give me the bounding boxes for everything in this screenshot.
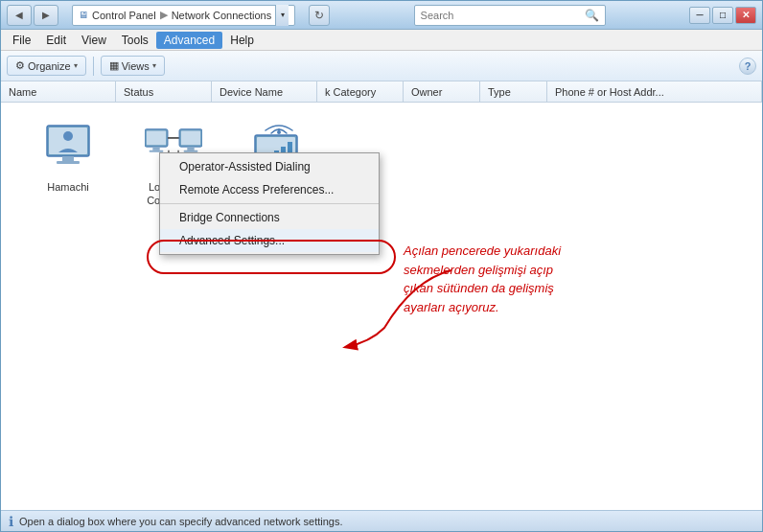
menu-help[interactable]: Help bbox=[222, 32, 262, 49]
dropdown-item-operator[interactable]: Operator-Assisted Dialing bbox=[160, 155, 379, 178]
status-icon: ℹ bbox=[9, 514, 13, 529]
svg-rect-13 bbox=[184, 150, 198, 151]
search-icon[interactable]: 🔍 bbox=[585, 9, 599, 22]
views-button[interactable]: ▦ Views ▾ bbox=[101, 56, 165, 76]
breadcrumb-control-panel: Control Panel bbox=[92, 10, 156, 21]
svg-rect-8 bbox=[150, 150, 164, 151]
search-input[interactable] bbox=[421, 10, 585, 21]
svg-point-4 bbox=[63, 131, 73, 141]
dropdown-item-advanced-settings[interactable]: Advanced Settings... bbox=[160, 229, 379, 252]
svg-rect-2 bbox=[62, 156, 74, 161]
menu-bar: File Edit View Tools Advanced Help bbox=[1, 30, 762, 51]
svg-rect-7 bbox=[152, 147, 159, 150]
svg-point-25 bbox=[277, 130, 281, 134]
col-header-phone[interactable]: Phone # or Host Addr... bbox=[547, 81, 762, 102]
refresh-button[interactable]: ↻ bbox=[309, 5, 330, 26]
path-separator-1: ▶ bbox=[160, 9, 168, 21]
views-label: Views bbox=[122, 60, 150, 72]
title-bar: ◀ ▶ 🖥 Control Panel ▶ Network Connection… bbox=[1, 1, 762, 30]
col-header-owner[interactable]: Owner bbox=[404, 81, 480, 102]
list-item[interactable]: Hamachi bbox=[30, 122, 106, 221]
svg-rect-6 bbox=[147, 130, 166, 145]
content-area: Hamachi bbox=[1, 103, 762, 531]
svg-rect-12 bbox=[187, 147, 194, 150]
address-bar[interactable]: 🖥 Control Panel ▶ Network Connections ▾ bbox=[72, 5, 295, 26]
nav-buttons: ◀ ▶ bbox=[7, 5, 58, 26]
window-controls: ─ □ ✕ bbox=[689, 7, 756, 24]
close-button[interactable]: ✕ bbox=[735, 7, 756, 24]
menu-view[interactable]: View bbox=[74, 32, 114, 49]
advanced-dropdown-menu: Operator-Assisted Dialing Remote Access … bbox=[159, 152, 380, 255]
status-text: Open a dialog box where you can specify … bbox=[19, 516, 343, 527]
col-header-status[interactable]: Status bbox=[116, 81, 212, 102]
col-header-type[interactable]: Type bbox=[480, 81, 547, 102]
views-icon: ▦ bbox=[109, 59, 119, 72]
dropdown-item-bridge[interactable]: Bridge Connections bbox=[160, 206, 379, 229]
dropdown-item-remote[interactable]: Remote Access Preferences... bbox=[160, 178, 379, 201]
menu-advanced[interactable]: Advanced bbox=[156, 32, 222, 49]
hamachi-label: Hamachi bbox=[47, 180, 88, 194]
column-headers: Name Status Device Name k Category Owner… bbox=[1, 81, 762, 103]
dropdown-divider bbox=[160, 203, 379, 204]
maximize-button[interactable]: □ bbox=[712, 7, 733, 24]
menu-tools[interactable]: Tools bbox=[114, 32, 156, 49]
menu-file[interactable]: File bbox=[5, 32, 38, 49]
organize-dropdown-arrow: ▾ bbox=[74, 61, 78, 70]
organize-label: Organize bbox=[28, 60, 71, 72]
col-header-name[interactable]: Name bbox=[1, 81, 116, 102]
col-header-category[interactable]: k Category bbox=[317, 81, 404, 102]
forward-button[interactable]: ▶ bbox=[34, 5, 58, 26]
menu-edit[interactable]: Edit bbox=[38, 32, 74, 49]
help-button[interactable]: ? bbox=[739, 58, 756, 75]
status-bar: ℹ Open a dialog box where you can specif… bbox=[1, 510, 762, 531]
hamachi-icon bbox=[39, 122, 97, 174]
search-box[interactable]: 🔍 bbox=[414, 5, 606, 26]
organize-icon: ⚙ bbox=[15, 59, 25, 72]
path-icon: 🖥 bbox=[79, 10, 88, 20]
title-bar-left: ◀ ▶ 🖥 Control Panel ▶ Network Connection… bbox=[7, 5, 330, 26]
breadcrumb-network: Network Connections bbox=[172, 10, 272, 21]
svg-rect-11 bbox=[181, 130, 200, 145]
col-header-device[interactable]: Device Name bbox=[212, 81, 317, 102]
icons-area: Hamachi bbox=[1, 103, 762, 241]
svg-rect-3 bbox=[57, 161, 80, 164]
toolbar-separator bbox=[93, 57, 94, 76]
minimize-button[interactable]: ─ bbox=[689, 7, 710, 24]
views-dropdown-arrow: ▾ bbox=[152, 61, 156, 70]
back-button[interactable]: ◀ bbox=[7, 5, 32, 26]
annotation-arrow bbox=[336, 261, 461, 357]
main-window: ◀ ▶ 🖥 Control Panel ▶ Network Connection… bbox=[0, 0, 763, 532]
toolbar: ⚙ Organize ▾ ▦ Views ▾ ? bbox=[1, 51, 762, 81]
path-dropdown-arrow[interactable]: ▾ bbox=[275, 5, 289, 26]
organize-button[interactable]: ⚙ Organize ▾ bbox=[7, 56, 86, 76]
